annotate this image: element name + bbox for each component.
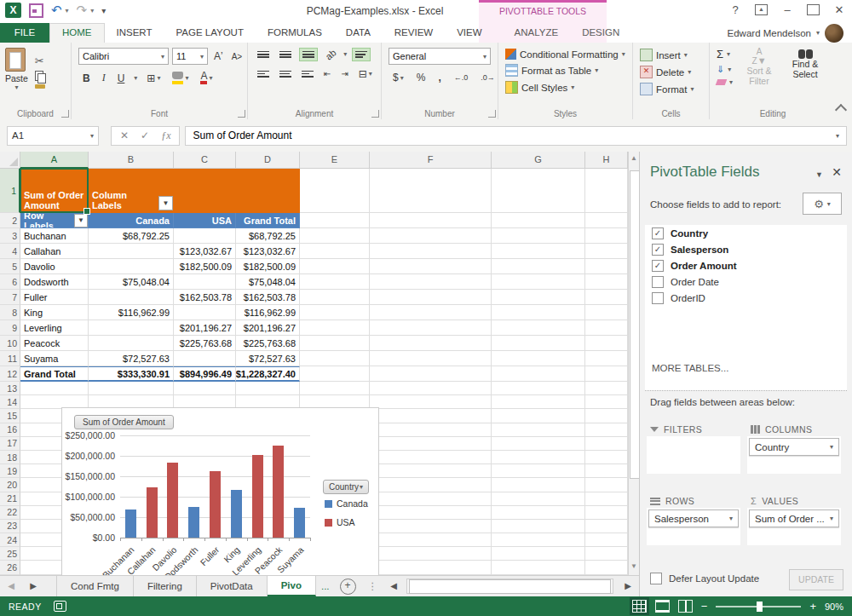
conditional-formatting-button[interactable]: Conditional Formatting▾ — [505, 49, 632, 60]
empty-cell[interactable] — [492, 336, 585, 351]
collapse-ribbon-icon[interactable] — [835, 104, 847, 116]
tab-analyze[interactable]: ANALYZE — [503, 23, 571, 43]
row-header-10[interactable]: 10 — [0, 336, 20, 351]
chart-bar-dodsworth[interactable] — [188, 507, 199, 538]
help-icon[interactable]: ? — [728, 3, 743, 16]
field-checkbox[interactable] — [652, 292, 664, 304]
empty-cell[interactable] — [370, 423, 492, 437]
pivot-value-usa[interactable] — [174, 228, 236, 244]
empty-cell[interactable] — [174, 382, 236, 395]
decrease-indent-icon[interactable]: ⇤ — [321, 68, 333, 79]
row-header-1[interactable]: 1 — [0, 169, 20, 213]
column-header-F[interactable]: F — [370, 152, 492, 169]
field-item-orderid[interactable]: OrderID — [645, 290, 847, 306]
pivot-row-label[interactable]: King — [20, 305, 89, 320]
redo-icon[interactable]: ↷ — [77, 4, 88, 16]
empty-cell[interactable] — [370, 561, 492, 574]
row-header-7[interactable]: 7 — [0, 290, 20, 305]
row-header-9[interactable]: 9 — [0, 320, 20, 336]
empty-cell[interactable] — [492, 520, 585, 533]
row-header-6[interactable]: 6 — [0, 274, 20, 290]
formula-input[interactable]: Sum of Order Amount ▾ — [185, 126, 847, 146]
pivot-value-usa[interactable]: $225,763.68 — [174, 336, 236, 351]
pivot-grand-total-cell[interactable]: $1,228,327.40 — [236, 366, 300, 382]
empty-cell[interactable] — [585, 451, 628, 464]
empty-cell[interactable] — [20, 382, 89, 395]
field-item-salesperson[interactable]: ✓Salesperson — [645, 241, 847, 257]
middle-align-icon[interactable] — [277, 49, 294, 60]
row-header-15[interactable]: 15 — [0, 409, 20, 423]
comma-style-icon[interactable]: , — [435, 71, 443, 84]
font-color-icon[interactable]: A▾ — [198, 71, 215, 85]
page-break-view-icon[interactable] — [678, 600, 693, 613]
fill-icon[interactable]: ⇓▾ — [717, 64, 733, 75]
pivot-column-labels-cell[interactable]: Column Labels▼ — [89, 169, 174, 213]
pivot-value-canada[interactable] — [89, 336, 174, 351]
underline-button[interactable]: U — [115, 72, 128, 85]
row-header-18[interactable]: 18 — [0, 451, 20, 464]
cancel-icon[interactable]: ✕ — [120, 130, 129, 141]
empty-cell[interactable] — [492, 259, 585, 274]
empty-cell[interactable] — [585, 290, 628, 305]
pivot-chart[interactable]: Sum of Order Amount $0.00$50,000.00$100,… — [61, 407, 379, 575]
excel-logo-icon[interactable]: X — [5, 3, 21, 18]
empty-cell[interactable] — [236, 382, 300, 395]
empty-cell[interactable] — [370, 259, 492, 274]
pivot-value-usa[interactable]: $182,500.09 — [174, 259, 236, 274]
empty-cell[interactable] — [585, 213, 628, 228]
row-header-16[interactable]: 16 — [0, 423, 20, 437]
align-left-icon[interactable] — [255, 68, 272, 80]
chart-bar-davolio[interactable] — [167, 463, 178, 538]
pivot-value-canada[interactable]: $72,527.63 — [89, 351, 174, 366]
user-account[interactable]: Edward Mendelson ▾ — [728, 23, 852, 43]
empty-cell[interactable] — [585, 274, 628, 290]
pivot-value-canada[interactable] — [89, 320, 174, 336]
pivot-value-total[interactable]: $68,792.25 — [236, 228, 300, 244]
borders-icon[interactable]: ⊞▾ — [144, 72, 163, 85]
restore-icon[interactable] — [807, 4, 820, 15]
pivot-value-usa[interactable]: $123,032.67 — [174, 244, 236, 259]
empty-cell[interactable] — [492, 409, 585, 423]
update-button[interactable]: UPDATE — [789, 569, 843, 590]
empty-cell[interactable] — [492, 506, 585, 520]
column-labels-filter-icon[interactable]: ▼ — [158, 196, 173, 210]
chart-bar-fuller[interactable] — [210, 471, 221, 538]
empty-cell[interactable] — [89, 382, 174, 395]
row-header-23[interactable]: 23 — [0, 520, 20, 533]
empty-cell[interactable] — [492, 320, 585, 336]
wrap-text-icon[interactable] — [352, 48, 371, 61]
empty-cell[interactable] — [370, 506, 492, 520]
row-header-17[interactable]: 17 — [0, 437, 20, 451]
empty-cell[interactable] — [492, 547, 585, 561]
column-header-C[interactable]: C — [174, 152, 236, 169]
empty-cell[interactable] — [300, 228, 370, 244]
close-icon[interactable]: ✕ — [832, 3, 847, 16]
empty-cell[interactable] — [492, 382, 585, 395]
field-checkbox[interactable] — [652, 276, 664, 288]
empty-cell[interactable] — [492, 478, 585, 492]
increase-indent-icon[interactable]: ⇥ — [338, 68, 350, 79]
chart-bar-peacock[interactable] — [273, 446, 284, 538]
pivot-value-canada[interactable]: $75,048.04 — [89, 274, 174, 290]
fill-color-icon[interactable]: ▾ — [170, 71, 191, 85]
pivot-value-canada[interactable]: $68,792.25 — [89, 228, 174, 244]
empty-cell[interactable] — [492, 464, 585, 478]
empty-cell[interactable] — [370, 213, 492, 228]
cell-styles-button[interactable]: Cell Styles▾ — [505, 81, 632, 94]
cut-icon[interactable]: ✂ — [35, 55, 45, 68]
empty-cell[interactable] — [300, 290, 370, 305]
align-right-icon[interactable] — [299, 68, 316, 80]
orientation-menu-icon[interactable]: ▾ — [343, 50, 347, 58]
alignment-dialog-launcher-icon[interactable] — [371, 110, 379, 118]
empty-cell[interactable] — [492, 366, 585, 382]
increase-font-icon[interactable]: Aʼ — [211, 49, 226, 63]
currency-icon[interactable]: $▾ — [390, 71, 406, 84]
select-all-corner[interactable] — [0, 152, 20, 169]
pivot-row-label[interactable]: Davolio — [20, 259, 89, 274]
empty-cell[interactable] — [585, 409, 628, 423]
empty-cell[interactable] — [370, 320, 492, 336]
vertical-scrollbar[interactable]: ▲ ▼ — [628, 152, 639, 575]
empty-cell[interactable] — [370, 305, 492, 320]
pivot-row-label[interactable]: Buchanan — [20, 228, 89, 244]
row-header-8[interactable]: 8 — [0, 305, 20, 320]
